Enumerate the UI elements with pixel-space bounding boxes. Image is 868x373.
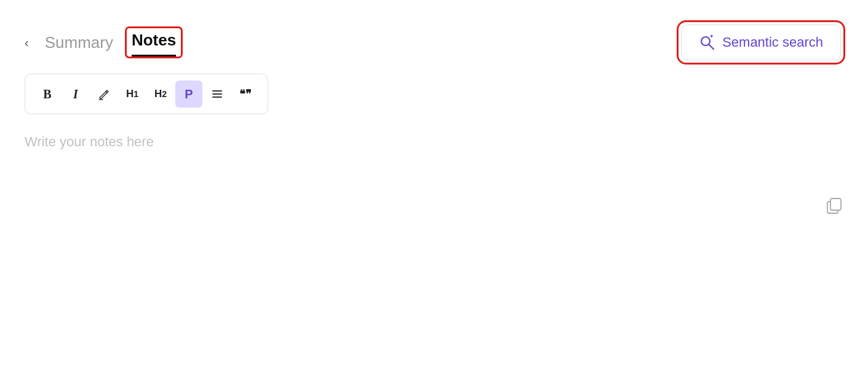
notes-tab-highlight: Notes [127, 28, 181, 57]
toolbar-area: B I H1 H2 P ❝❞ [0, 74, 868, 114]
svg-text:✦: ✦ [709, 34, 714, 39]
editor-area[interactable]: Write your notes here [25, 129, 843, 313]
paragraph-button[interactable]: P [175, 80, 202, 108]
tab-notes[interactable]: Notes [132, 31, 176, 57]
h2-button[interactable]: H2 [147, 80, 174, 108]
italic-button[interactable]: I [62, 80, 89, 108]
h1-button[interactable]: H1 [119, 80, 146, 108]
semantic-search-highlight: ✦ Semantic search [679, 22, 843, 63]
semantic-search-icon: ✦ [699, 34, 716, 51]
back-button[interactable]: ‹ [25, 36, 29, 49]
semantic-search-button[interactable]: ✦ Semantic search [681, 25, 841, 60]
editor-toolbar: B I H1 H2 P ❝❞ [25, 74, 268, 114]
top-bar: ‹ Summary Notes ✦ Semantic search [0, 0, 868, 74]
semantic-search-label: Semantic search [722, 34, 823, 50]
quote-button[interactable]: ❝❞ [232, 80, 259, 108]
bold-button[interactable]: B [34, 80, 61, 108]
tab-summary[interactable]: Summary [39, 28, 119, 57]
left-nav: ‹ Summary Notes [25, 28, 181, 57]
editor-placeholder: Write your notes here [25, 129, 843, 155]
highlight-button[interactable] [90, 80, 117, 108]
list-button[interactable] [204, 80, 231, 108]
svg-line-1 [709, 45, 714, 50]
